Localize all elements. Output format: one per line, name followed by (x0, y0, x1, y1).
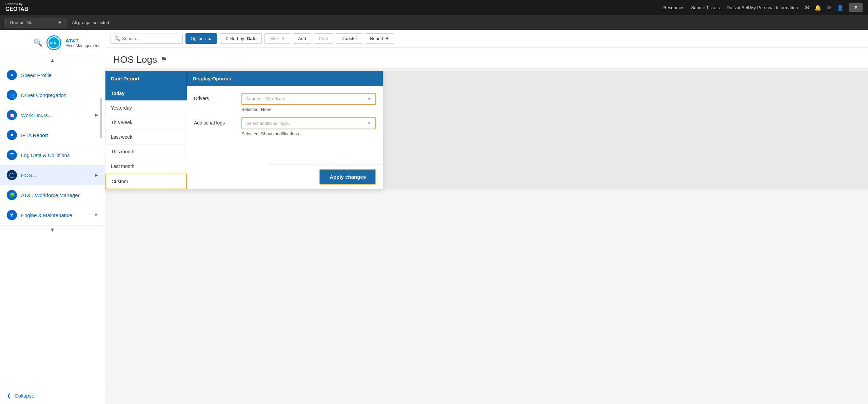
add-button[interactable]: Add (293, 33, 311, 44)
sidebar-label-att-workforce: AT&T Workforce Manager (21, 192, 98, 198)
engine-maintenance-chevron-icon: ▼ (94, 213, 98, 217)
brand-sub: Fleet Management (65, 43, 99, 48)
options-button[interactable]: Options ▲ (185, 33, 217, 44)
filter-label: Filter (270, 36, 279, 41)
report-label: Report (370, 36, 383, 41)
sidebar-scrollbar[interactable] (100, 98, 102, 138)
sidebar-brand-container: AT&T AT&T Fleet Management (46, 35, 99, 50)
user-avatar[interactable]: ▼ (849, 3, 863, 12)
additional-logs-arrow-icon: ▼ (367, 121, 371, 126)
sidebar-label-hos: HOS... (21, 172, 91, 178)
mail-icon[interactable]: ✉ (805, 4, 809, 11)
date-option-this-month[interactable]: This month (105, 145, 187, 159)
page-divider (105, 69, 868, 69)
user-icon[interactable]: 👤 (837, 4, 844, 11)
date-option-last-week[interactable]: Last week (105, 130, 187, 145)
date-option-yesterday[interactable]: Yesterday (105, 101, 187, 115)
display-options-header: Display Options (187, 71, 383, 86)
sidebar-item-att-workforce[interactable]: 🧩 AT&T Workforce Manager (0, 185, 105, 205)
engine-maintenance-icon: 🎙 (7, 210, 17, 220)
additional-logs-input-wrap: Select additional logs... ▼ Selected: Sh… (241, 117, 376, 136)
date-option-this-week[interactable]: This week (105, 115, 187, 130)
sidebar: 🔍 AT&T AT&T Fleet Management ▲ ● Speed P… (0, 30, 105, 404)
sidebar-search-icon[interactable]: 🔍 (33, 38, 42, 47)
page-title-text: HOS Logs (113, 54, 157, 65)
drivers-field-row: Drivers Search HOS drivers... ▼ Selected… (194, 93, 376, 112)
display-options-body: Drivers Search HOS drivers... ▼ Selected… (187, 86, 383, 169)
scroll-up-button[interactable]: ▲ (0, 56, 105, 65)
apply-btn-row: Apply changes (269, 164, 383, 189)
date-option-today[interactable]: Today (105, 86, 187, 101)
logo-text: GEOTAB (5, 6, 28, 12)
dropdown-overlay: Date Period Today Yesterday This week La… (105, 71, 868, 190)
sidebar-item-work-hours[interactable]: ⏰ Work Hours... ▶ (0, 105, 105, 125)
groups-bar: Groups filter ▼ All groups selected (0, 15, 868, 30)
att-logo-inner: AT&T (47, 36, 60, 49)
display-options-column: Display Options Drivers Search HOS drive… (187, 71, 383, 189)
submit-tickets-link[interactable]: Submit Tickets (691, 5, 720, 10)
transfer-button[interactable]: Transfer (336, 33, 362, 44)
drivers-arrow-icon: ▼ (367, 96, 371, 101)
groups-filter-label: Groups filter (10, 20, 34, 25)
date-period-header: Date Period (105, 71, 187, 86)
sidebar-label-work-hours: Work Hours... (21, 112, 91, 118)
avatar-text: ▼ (853, 4, 859, 11)
drivers-placeholder: Search HOS drivers... (246, 96, 289, 101)
drivers-selected-text: Selected: None (241, 107, 376, 112)
work-hours-icon: ⏰ (7, 110, 17, 120)
sidebar-item-speed-profile[interactable]: ● Speed Profile (0, 65, 105, 85)
collapse-label: Collapse (15, 393, 34, 399)
filter-button[interactable]: Filter ▼ (264, 33, 291, 44)
additional-logs-select[interactable]: Select additional logs... ▼ (241, 117, 376, 129)
drivers-select[interactable]: Search HOS drivers... ▼ (241, 93, 376, 105)
ifta-icon: ✖ (7, 130, 17, 140)
options-arrow-icon: ▲ (208, 36, 212, 41)
search-input[interactable] (122, 36, 179, 41)
search-icon: 🔍 (114, 36, 120, 41)
date-option-last-month[interactable]: Last month (105, 159, 187, 174)
transfer-label: Transfer (341, 36, 357, 41)
groups-filter-button[interactable]: Groups filter ▼ (5, 18, 66, 27)
report-button[interactable]: Report ▼ (365, 33, 394, 44)
collapse-arrow-icon: ❮ (7, 392, 11, 399)
apply-changes-button[interactable]: Apply changes (319, 169, 376, 185)
brand-name: AT&T (65, 38, 99, 43)
top-bar-left: Powered by GEOTAB (5, 3, 28, 12)
top-bar: Powered by GEOTAB Resources Submit Ticke… (0, 0, 868, 15)
powered-by-text: Powered by (5, 3, 28, 6)
groups-filter-value: All groups selected (72, 20, 109, 25)
sidebar-item-driver-congregation[interactable]: 👥 Driver Congregation (0, 85, 105, 105)
sidebar-item-ifta-report[interactable]: ✖ IFTA Report (0, 125, 105, 145)
additional-logs-selected-text: Selected: Show modifications (241, 131, 376, 136)
att-logo: AT&T (46, 35, 61, 50)
sidebar-label-driver-congregation: Driver Congregation (21, 92, 98, 98)
scroll-down-button[interactable]: ▼ (0, 225, 105, 234)
drivers-label: Drivers (194, 93, 235, 101)
log-data-icon: ☰ (7, 150, 17, 160)
driver-congregation-icon: 👥 (7, 90, 17, 100)
sidebar-logo: 🔍 AT&T AT&T Fleet Management (0, 30, 105, 56)
search-box[interactable]: 🔍 (111, 34, 183, 44)
gear-icon[interactable]: ⚙ (827, 4, 831, 11)
page-title: HOS Logs ⚑ (113, 54, 860, 65)
collapse-button[interactable]: ❮ Collapse (0, 387, 105, 404)
sort-button[interactable]: ⇕ Sort by: Date (220, 33, 262, 44)
print-button[interactable]: Print (314, 33, 333, 44)
hos-icon: ◯ (7, 170, 17, 180)
geotab-logo: Powered by GEOTAB (5, 3, 28, 12)
bell-icon[interactable]: 🔔 (814, 4, 821, 11)
sort-label: Sort by: (230, 36, 245, 41)
additional-logs-field-row: Additional logs Select additional logs..… (194, 117, 376, 136)
bookmark-icon[interactable]: ⚑ (160, 55, 167, 64)
additional-logs-placeholder: Select additional logs... (246, 121, 292, 126)
work-hours-chevron-icon: ▶ (95, 113, 98, 117)
sidebar-item-log-data[interactable]: ☰ Log Data & Collisions (0, 145, 105, 165)
speed-profile-icon: ● (7, 70, 17, 80)
resources-link[interactable]: Resources (663, 5, 684, 10)
sort-icon: ⇕ (225, 36, 229, 41)
date-option-custom[interactable]: Custom (105, 174, 187, 189)
sidebar-item-engine-maintenance[interactable]: 🎙 Engine & Maintenance ▼ (0, 205, 105, 225)
sidebar-label-ifta: IFTA Report (21, 132, 98, 138)
do-not-sell-link[interactable]: Do Not Sell My Personal Information (727, 5, 798, 10)
sidebar-item-hos[interactable]: ◯ HOS... ▶ (0, 165, 105, 185)
